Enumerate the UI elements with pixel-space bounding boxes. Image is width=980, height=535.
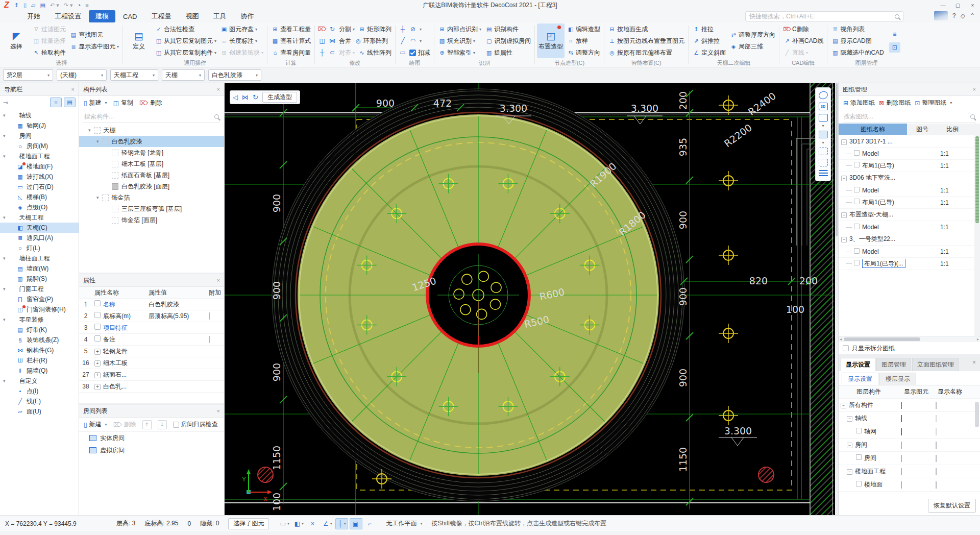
sheet-row[interactable]: −3D06 地下室洗... bbox=[839, 172, 980, 184]
show-name-checkbox[interactable] bbox=[936, 402, 937, 409]
place-by-offset-button[interactable]: ◎按原有图元偏移布置 bbox=[606, 47, 686, 58]
theme-icon[interactable]: ◇ bbox=[961, 12, 965, 19]
view-formula-button[interactable]: ▦查看计算式 bbox=[270, 35, 312, 46]
show-element-checkbox[interactable] bbox=[901, 481, 902, 489]
attach-checkbox[interactable] bbox=[209, 312, 210, 320]
show-cad-button[interactable]: ▤显示CAD图 bbox=[829, 35, 885, 46]
organize-sheet-button[interactable]: ⊡整理图纸▾ bbox=[915, 99, 952, 107]
save-elements-button[interactable]: ▣图元存盘▾ bbox=[218, 23, 265, 35]
property-row[interactable]: 5 +轻钢龙骨 bbox=[79, 346, 224, 357]
property-row[interactable]: 27 +纸面石... bbox=[79, 369, 224, 381]
nav-row[interactable]: ○ 灯(L) bbox=[0, 243, 79, 253]
push-pull-button[interactable]: ↥推拉 bbox=[691, 23, 727, 35]
tab-quantity[interactable]: 工程量 bbox=[144, 10, 178, 22]
room-check-checkbox[interactable] bbox=[173, 422, 179, 428]
view-list-button[interactable]: ≣视角列表 bbox=[829, 23, 885, 35]
close-icon[interactable]: × bbox=[71, 86, 75, 92]
linear-array-button[interactable]: ∿线性阵列 bbox=[356, 47, 393, 58]
work-plane-select[interactable]: 无工作平面▾ bbox=[386, 519, 422, 528]
component-row[interactable]: 天棚 bbox=[79, 125, 224, 136]
close-button[interactable]: × bbox=[965, 3, 980, 8]
line-tool-icon[interactable]: ╱ bbox=[398, 35, 408, 46]
collapse-icon[interactable] bbox=[856, 454, 862, 460]
maximize-button[interactable]: ▢ bbox=[950, 3, 965, 8]
find-elements-button[interactable]: ▤查找图元 bbox=[68, 30, 120, 41]
select-sub-element-button[interactable]: 选择子图元 bbox=[228, 518, 269, 529]
nav-row[interactable]: 门窗工程 bbox=[0, 284, 79, 294]
line-button[interactable]: ╱直线▾ bbox=[781, 47, 825, 58]
property-row[interactable]: 16 +细木工板 bbox=[79, 357, 224, 369]
show-selected-button[interactable]: ≣显示选中图元▾ bbox=[68, 41, 120, 53]
close-icon[interactable]: × bbox=[217, 86, 220, 92]
sheet-search-input[interactable]: 搜索图纸... bbox=[843, 111, 976, 123]
nav-row[interactable]: ⋈ 钢构件(G) bbox=[0, 345, 79, 355]
component-row[interactable]: 饰金箔 [面层] bbox=[79, 214, 224, 226]
sheet-row[interactable]: Model 1:1 bbox=[839, 184, 980, 197]
sheet-row[interactable]: 布局1(已导) 1:1 bbox=[839, 160, 980, 172]
nav-list-mode-button[interactable]: ≡ bbox=[50, 98, 62, 107]
generate-shape-button[interactable]: 生成造型 bbox=[262, 92, 297, 103]
length-dimension-button[interactable]: ↔长度标注▾ bbox=[218, 35, 265, 46]
align-button[interactable]: 对齐▾ bbox=[337, 47, 356, 58]
sheet-row[interactable]: Model 1:1 bbox=[839, 221, 980, 233]
type-select[interactable]: 天棚▾ bbox=[162, 69, 205, 81]
nav-row[interactable]: 楼地面工程 bbox=[0, 151, 79, 161]
only-split-checkbox[interactable] bbox=[843, 345, 849, 351]
status-tool-icon[interactable]: ▣ bbox=[350, 518, 362, 529]
collapse-icon[interactable]: − bbox=[841, 139, 847, 145]
collapse-icon[interactable]: − bbox=[847, 416, 852, 422]
cad-canvas[interactable]: ◁ ⋈ ↻ 生成造型 bbox=[225, 83, 835, 515]
minimize-button[interactable]: — bbox=[936, 3, 950, 8]
place-vertical-by-edge-button[interactable]: ⊥按图元边线布置垂直图元 bbox=[606, 35, 686, 46]
save-icon[interactable]: ▤ bbox=[40, 2, 45, 9]
tab-view[interactable]: 视图 bbox=[179, 10, 205, 22]
nav-panel-mode-button[interactable]: ▤ bbox=[64, 98, 76, 107]
view-3d-icon[interactable]: 3D bbox=[819, 103, 828, 110]
display-list-icon[interactable] bbox=[819, 170, 828, 177]
filter-elements-button[interactable]: ∇过滤图元 bbox=[31, 23, 67, 35]
redraw-cad-line-button[interactable]: ↗补画CAD线 bbox=[781, 35, 825, 46]
deduct-toggle[interactable]: 扣减 bbox=[408, 47, 432, 58]
tab-start[interactable]: 开始 bbox=[20, 10, 47, 22]
component-row[interactable]: 白色乳胶漆 [面层] bbox=[79, 181, 224, 192]
tab-cad[interactable]: CAD bbox=[116, 11, 143, 22]
c-delete-button[interactable]: ⌦C删除 bbox=[781, 23, 825, 35]
legality-check-button[interactable]: ✓合法性检查 bbox=[153, 23, 218, 35]
nav-row[interactable]: ◫ 门窗洞装修(H) bbox=[0, 304, 79, 314]
show-element-checkbox[interactable] bbox=[901, 428, 902, 435]
component-row[interactable]: 轻钢龙骨 [龙骨] bbox=[79, 147, 224, 158]
collapse-icon[interactable] bbox=[856, 428, 862, 433]
collapse-icon[interactable]: − bbox=[841, 237, 847, 242]
close-icon[interactable]: × bbox=[217, 277, 220, 283]
delete-component-button[interactable]: ⌦删除 bbox=[139, 99, 162, 107]
nav-row[interactable]: ≣ 通风口(A) bbox=[0, 233, 79, 243]
nav-row[interactable]: 房间 bbox=[0, 131, 79, 141]
rotate-shape-icon[interactable]: ↻ bbox=[253, 93, 258, 101]
delete-room-button[interactable]: ⌦删除 bbox=[113, 420, 136, 429]
loft-button[interactable]: ○放样 bbox=[565, 35, 602, 46]
display-row[interactable]: −楼地面工程 bbox=[839, 465, 980, 478]
tab-collaborate[interactable]: 协作 bbox=[234, 10, 260, 22]
room-row[interactable]: 虚拟房间 bbox=[79, 444, 224, 456]
nav-row[interactable]: 天棚工程 bbox=[0, 212, 79, 223]
sheet-row[interactable]: −3D17 3D17-1 ... bbox=[839, 135, 980, 148]
show-name-checkbox[interactable] bbox=[936, 442, 937, 449]
tab-project-settings[interactable]: 工程设置 bbox=[48, 10, 88, 22]
nav-row[interactable]: 墙柱面工程 bbox=[0, 253, 79, 263]
expand-icon[interactable] bbox=[94, 312, 101, 318]
batch-select-button[interactable]: ◫批量选择 bbox=[31, 35, 67, 46]
cad-drawing[interactable]: Y X 900 472 3.300 3.300 R2400 R2200 R190… bbox=[225, 83, 834, 515]
show-name-checkbox[interactable] bbox=[936, 481, 937, 489]
deduct-checkbox[interactable] bbox=[409, 50, 416, 56]
move-up-button[interactable]: ↥ bbox=[142, 420, 152, 429]
expand-icon[interactable]: + bbox=[94, 372, 101, 378]
cad-display-icon[interactable]: ⊡ bbox=[889, 42, 900, 53]
slant-push-pull-button[interactable]: ⇗斜推拉 bbox=[691, 35, 727, 46]
inner-point-identify-button[interactable]: ⊞内部点识别▾ bbox=[436, 23, 483, 35]
status-tool-icon[interactable]: ∠▾ bbox=[321, 518, 334, 529]
nav-row[interactable]: ◺ 楼梯(B) bbox=[0, 192, 79, 202]
room-check-toggle[interactable]: 房间归属检查 bbox=[173, 420, 218, 429]
create-deco-block-button[interactable]: ⊞创建装饰块▾ bbox=[218, 47, 265, 58]
generate-by-floor-button[interactable]: ⊟按地面生成 bbox=[606, 23, 686, 35]
rect-array-button[interactable]: ⊞矩形阵列 bbox=[356, 23, 393, 35]
